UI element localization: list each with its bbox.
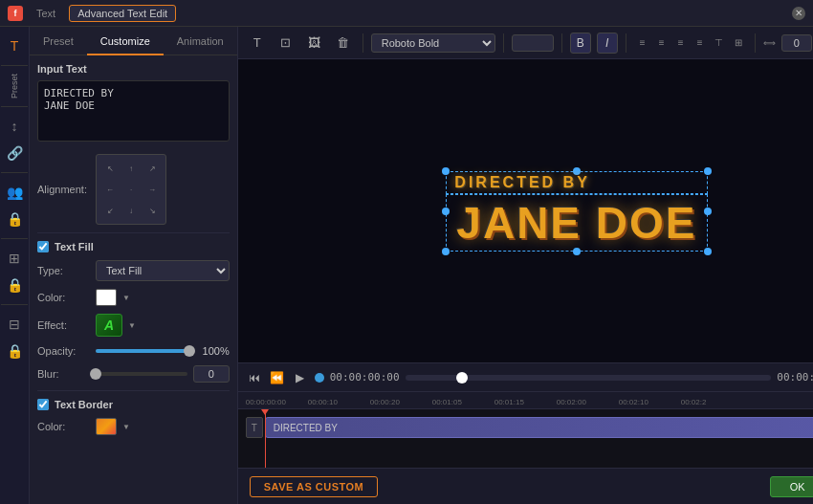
type-select[interactable]: Text Fill [96,260,230,281]
ruler-mark-1: 00:00:10 [308,398,370,406]
preview-canvas: DIRECTED BY JANE DOE [238,59,813,362]
ruler-mark-0: 00:00:00:00 [246,398,308,406]
left-panel: Preset Customize Animation Input Text DI… [30,27,238,504]
handle-ml[interactable] [442,208,450,215]
timeline-ruler: 00:00:00:00 00:00:10 00:00:20 00:01:05 0… [238,392,813,409]
sidebar-icon-lock[interactable]: 🔒 [0,208,29,230]
effect-arrow[interactable]: ▼ [128,321,136,330]
align-tr[interactable]: ↗ [143,159,162,178]
align-tl[interactable]: ↖ [100,159,120,178]
sidebar-icon-link[interactable]: 🔗 [0,142,29,164]
align-mc[interactable]: · [121,180,141,199]
alignment-label: Alignment: [37,184,90,195]
tool-delete-icon[interactable]: 🗑 [332,32,355,55]
sidebar-icon-bottom[interactable]: ⊟ [0,313,29,336]
ruler-mark-6: 00:02:10 [619,398,681,406]
ok-button[interactable]: OK [770,476,813,497]
toolbar-sep-2 [503,33,504,53]
sidebar-icon-lock2[interactable]: 🔒 [0,274,29,296]
align-right-icon[interactable]: ≡ [672,34,690,52]
handle-bl[interactable] [442,248,450,255]
align-left-icon[interactable]: ≡ [634,34,651,52]
prev-frame-icon[interactable]: ⏪ [269,369,286,386]
handle-br[interactable] [704,248,712,255]
tool-transform-icon[interactable]: ⊡ [275,32,297,55]
color-row: Color: ▼ [37,289,230,306]
tab-customize[interactable]: Customize [87,28,164,55]
border-color-swatch[interactable] [96,418,117,435]
playback-bar: ⏮ ⏪ ▶ 00:00:00:00 00:00:03:00 ⊙ ◉ [238,362,813,391]
handle-bc[interactable] [573,248,581,255]
effect-row: Effect: A ▼ [37,314,230,337]
align-mr[interactable]: → [143,180,162,199]
blur-row: Blur: [37,365,230,383]
ruler-mark-5: 00:02:00 [557,398,619,406]
timeline-scrubber[interactable] [406,375,772,381]
sidebar-text-icon[interactable]: T [0,34,29,57]
effect-button[interactable]: A [96,314,122,337]
close-button[interactable]: ✕ [792,7,805,20]
clip-label: DIRECTED BY [274,423,338,433]
timeline-clip[interactable]: DIRECTED BY [265,417,813,438]
scrubber-thumb[interactable] [456,372,468,383]
sidebar-icon-grid[interactable]: ⊞ [0,247,29,270]
align-bl[interactable]: ↙ [100,201,120,220]
type-label: Type: [37,265,90,276]
play-icon[interactable]: ▶ [292,369,309,386]
letter-spacing-input[interactable] [781,34,812,52]
opacity-thumb[interactable] [184,345,195,357]
border-color-row: Color: ▼ [37,418,230,435]
align-br[interactable]: ↘ [143,201,162,220]
italic-button[interactable]: I [597,33,618,54]
font-select[interactable]: Roboto Bold [371,33,495,53]
align-ml[interactable]: ← [100,180,120,199]
track-icon: T [246,417,263,438]
blur-slider[interactable] [96,367,187,381]
tool-cursor-icon[interactable]: T [246,32,269,55]
font-size-input[interactable]: 44 [512,34,554,52]
total-time: 00:00:03:00 [777,371,813,383]
text-fill-checkbox[interactable] [37,241,49,252]
bold-button[interactable]: B [570,33,591,54]
blur-value-input[interactable] [193,365,230,383]
tab-preset[interactable]: Preset [30,28,87,55]
align-middle-icon[interactable]: ⊞ [730,34,747,52]
text-border-checkbox[interactable] [37,399,49,410]
align-tc[interactable]: ↑ [121,159,141,178]
opacity-slider[interactable] [96,344,189,358]
text-border-section: Text Border Color: ▼ [37,390,230,435]
main-layout: T Preset ↕ 🔗 👥 🔒 ⊞ 🔒 ⊟ 🔒 Preset Customiz… [0,27,813,504]
rewind-icon[interactable]: ⏮ [246,369,263,386]
active-window-title[interactable]: Advanced Text Edit [69,5,176,22]
blur-thumb[interactable] [90,368,101,380]
handle-mr[interactable] [704,208,712,215]
toolbar-sep-3 [561,33,562,53]
align-bc[interactable]: ↓ [121,201,141,220]
blur-track [96,372,187,376]
tab-animation[interactable]: Animation [164,28,237,55]
opacity-row: Opacity: 100% [37,344,230,358]
tool-image-icon[interactable]: 🖼 [303,32,326,55]
color-swatch-white[interactable] [96,289,117,306]
save-as-custom-button[interactable]: SAVE AS CUSTOM [250,476,379,497]
alignment-grid[interactable]: ↖ ↑ ↗ ← · → ↙ ↓ ↘ [96,154,166,225]
sidebar-icon-cursor[interactable]: ↕ [0,115,29,138]
ruler-marks: 00:00:00:00 00:00:10 00:00:20 00:01:05 0… [238,398,743,406]
border-color-arrow[interactable]: ▼ [122,423,130,431]
text-border-label: Text Border [55,399,113,410]
align-justify-icon[interactable]: ≡ [692,34,709,52]
bottom-bar: SAVE AS CUSTOM OK CANCEL [238,468,813,504]
sidebar-icon-lock3[interactable]: 🔒 [0,340,29,362]
input-text-field[interactable]: DIRECTED BY JANE DOE [37,80,230,142]
color-arrow[interactable]: ▼ [122,294,130,302]
align-center-icon[interactable]: ≡ [653,34,670,52]
sidebar-icon-people[interactable]: 👥 [0,181,29,204]
bottom-right-buttons: OK CANCEL [770,476,813,497]
selection-wrapper[interactable]: DIRECTED BY JANE DOE [446,171,707,252]
preview-line1: DIRECTED BY [446,171,707,194]
preset-label: Preset [10,74,19,99]
toolbar-sep-1 [363,33,363,53]
sidebar-separator-1 [1,65,28,66]
opacity-fill [96,349,189,353]
align-top-icon[interactable]: ⊤ [711,34,728,52]
